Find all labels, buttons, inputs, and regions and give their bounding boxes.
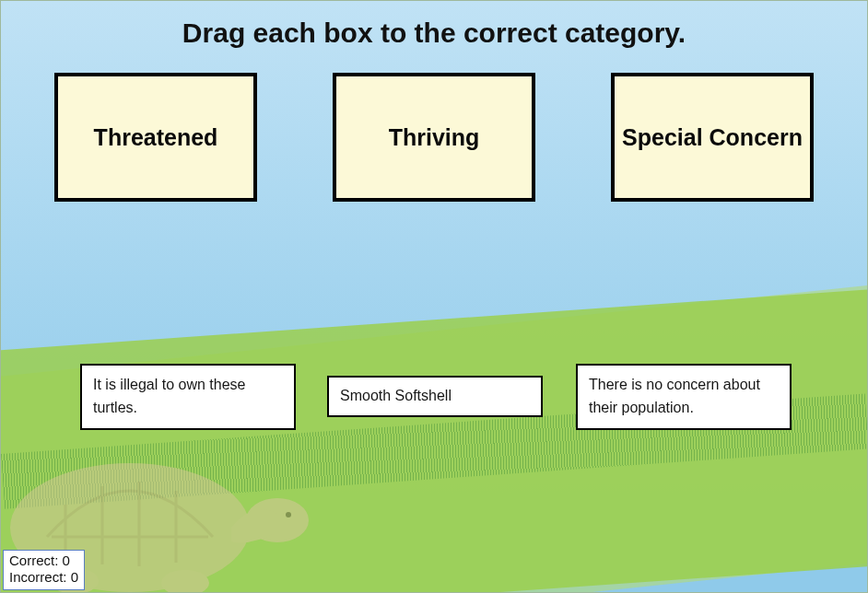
score-incorrect-value: 0 (71, 569, 78, 585)
game-stage: Drag each box to the correct category. T… (0, 0, 868, 593)
drop-zone-label: Special Concern (622, 124, 803, 151)
card-text: Smooth Softshell (340, 388, 452, 403)
score-correct-row: Correct: 0 (9, 552, 78, 570)
card-text: There is no concern about their populati… (589, 377, 760, 415)
score-incorrect-row: Incorrect: 0 (9, 569, 78, 587)
score-box: Correct: 0 Incorrect: 0 (3, 550, 85, 591)
svg-point-2 (286, 512, 291, 517)
drop-zone-special-concern[interactable]: Special Concern (611, 73, 814, 202)
draggable-card[interactable]: There is no concern about their populati… (576, 364, 792, 430)
drop-zone-label: Thriving (389, 124, 480, 151)
drop-zone-label: Threatened (94, 124, 218, 151)
drop-zone-threatened[interactable]: Threatened (54, 73, 257, 202)
draggable-card[interactable]: Smooth Softshell (327, 376, 543, 417)
draggable-card[interactable]: It is illegal to own these turtles. (80, 364, 296, 430)
score-correct-label: Correct: (9, 552, 58, 568)
drop-zone-thriving[interactable]: Thriving (333, 73, 535, 202)
card-text: It is illegal to own these turtles. (93, 377, 245, 415)
instructions-title: Drag each box to the correct category. (1, 17, 867, 49)
score-correct-value: 0 (63, 552, 70, 568)
score-incorrect-label: Incorrect: (9, 569, 67, 585)
